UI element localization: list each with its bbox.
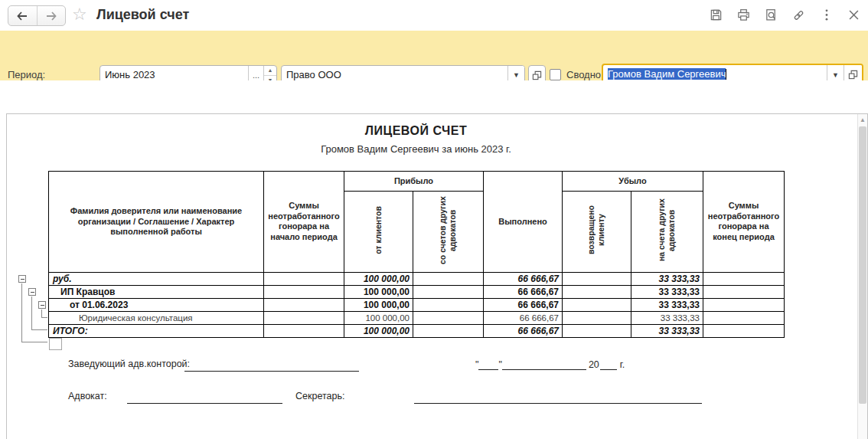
header-name[interactable]: Фамилия доверителя или наименование орга… — [49, 172, 264, 273]
print-icon[interactable] — [737, 8, 750, 21]
cell-done[interactable]: 66 666,67 — [484, 285, 563, 298]
cell-in-advocates[interactable] — [413, 285, 484, 298]
cell-start[interactable] — [264, 324, 344, 337]
cell-in-clients[interactable]: 100 000,00 — [344, 311, 413, 324]
cell-done[interactable]: 66 666,67 — [484, 298, 563, 311]
cell-in-advocates[interactable] — [413, 298, 484, 311]
cell-out-client[interactable] — [563, 272, 631, 285]
cell-end[interactable] — [703, 324, 785, 337]
preview-icon[interactable] — [765, 8, 778, 21]
spin-up-icon[interactable]: ▲ — [264, 66, 276, 75]
cell-in-clients[interactable]: 100 000,00 — [344, 298, 413, 311]
cell-in-clients[interactable]: 100 000,00 — [344, 285, 413, 298]
group-tree-line — [21, 342, 47, 342]
scrollbar-thumb[interactable] — [859, 126, 866, 404]
more-menu-icon[interactable] — [820, 8, 833, 21]
cell-start[interactable] — [264, 311, 344, 324]
group-tree-line — [31, 329, 47, 330]
cell-done[interactable]: 66 666,67 — [484, 324, 563, 337]
back-arrow-icon — [16, 11, 28, 21]
group-collapse-button-level3[interactable] — [38, 301, 46, 309]
cell-name[interactable]: ИТОГО: — [49, 324, 264, 337]
cell-start[interactable] — [264, 272, 344, 285]
text-caret — [726, 69, 726, 80]
back-button[interactable] — [8, 6, 37, 25]
advocate-signature-line — [127, 391, 282, 404]
title-bar: ☆ Лицевой счет — [0, 0, 868, 31]
save-icon[interactable] — [710, 8, 723, 21]
cell-end[interactable] — [703, 285, 785, 298]
link-icon[interactable] — [792, 8, 805, 21]
header-out-advocates[interactable]: на счета других адвокатов — [631, 192, 703, 273]
secretary-signature-line — [414, 391, 702, 404]
svodno-checkbox[interactable] — [550, 69, 561, 80]
forward-button[interactable] — [37, 6, 66, 25]
manager-signature-label: Заведующий адв.конторой: — [68, 359, 190, 369]
svodno-label: Сводно — [566, 69, 601, 80]
header-group-out[interactable]: Убыло — [563, 172, 703, 192]
header-done[interactable]: Выполнено — [484, 172, 563, 273]
active-cell-cursor[interactable] — [49, 338, 62, 350]
group-tree-line — [41, 317, 47, 318]
scroll-up-icon[interactable]: ▲ — [858, 116, 867, 123]
cell-out-advocates[interactable]: 33 333,33 — [631, 285, 703, 298]
cell-in-clients[interactable]: 100 000,00 — [344, 272, 413, 285]
report-table: Фамилия доверителя или наименование орга… — [48, 171, 785, 338]
open-form-icon — [848, 70, 858, 80]
cell-out-client[interactable] — [563, 298, 631, 311]
cell-out-advocates[interactable]: 33 333,33 — [631, 272, 703, 285]
chevron-down-icon: ▼ — [832, 71, 839, 79]
report-title: ЛИЦЕВОЙ СЧЕТ — [48, 124, 784, 138]
cell-name[interactable]: ИП Кравцов — [49, 285, 264, 298]
secretary-signature-label: Секретарь: — [295, 391, 344, 401]
manager-signature-line — [184, 359, 359, 372]
group-collapse-button-level1[interactable] — [18, 275, 26, 283]
group-tree-line — [31, 296, 32, 329]
header-in-advocates[interactable]: со счетов других адвокатов — [413, 192, 484, 273]
cell-in-clients[interactable]: 100 000,00 — [344, 324, 413, 337]
cell-in-advocates[interactable] — [413, 272, 484, 285]
cell-end[interactable] — [703, 311, 785, 324]
header-out-client[interactable]: возвращено клиенту — [563, 192, 631, 273]
favorite-star-icon[interactable]: ☆ — [72, 5, 87, 25]
cell-start[interactable] — [264, 285, 344, 298]
group-collapse-button-level2[interactable] — [28, 288, 36, 296]
page-title: Лицевой счет — [96, 7, 189, 23]
chevron-down-icon: ▼ — [513, 71, 520, 79]
cell-end[interactable] — [703, 272, 785, 285]
table-row: ИП Кравцов 100 000,00 66 666,67 33 333,3… — [49, 285, 785, 298]
cell-out-advocates[interactable]: 33 333,33 — [631, 311, 703, 324]
selected-text: Громов Вадим Сергеевич — [608, 68, 726, 80]
window-actions — [710, 8, 860, 21]
cell-in-advocates[interactable] — [413, 311, 484, 324]
app-window: ☆ Лицевой счет Период: — [0, 0, 868, 439]
cell-name[interactable]: от 01.06.2023 — [49, 298, 264, 311]
period-label: Период: — [8, 69, 45, 80]
header-group-in[interactable]: Прибыло — [344, 172, 484, 192]
header-start-balance[interactable]: Суммы неотработанного гонорара на начало… — [264, 172, 344, 273]
cell-out-client[interactable] — [563, 285, 631, 298]
header-in-clients[interactable]: от клиентов — [344, 192, 413, 273]
close-icon[interactable] — [847, 8, 860, 21]
cell-in-advocates[interactable] — [413, 324, 484, 337]
header-end-balance[interactable]: Суммы неотработанного гонорара на конец … — [703, 172, 785, 273]
table-row: Юридическая консультация 100 000,00 66 6… — [49, 311, 785, 324]
cell-out-advocates[interactable]: 33 333,33 — [631, 298, 703, 311]
group-tree-line — [41, 310, 42, 317]
cell-out-advocates[interactable]: 33 333,33 — [631, 324, 703, 337]
cell-out-client[interactable] — [563, 311, 631, 324]
table-row-total: ИТОГО: 100 000,00 66 666,67 33 333,33 — [49, 324, 785, 337]
report-toolbar: Сформировать Печать Свернуть все группы … — [0, 80, 868, 113]
cell-end[interactable] — [703, 298, 785, 311]
table-row: от 01.06.2023 100 000,00 66 666,67 33 33… — [49, 298, 785, 311]
group-tree-line — [21, 283, 22, 342]
cell-done[interactable]: 66 666,67 — [484, 311, 563, 324]
open-form-icon — [532, 70, 542, 80]
parameters-panel: Период: Июнь 2023 ... ▲ ▼ Право ООО ▼ Св… — [0, 31, 868, 80]
cell-done[interactable]: 66 666,67 — [484, 272, 563, 285]
cell-out-client[interactable] — [563, 324, 631, 337]
cell-start[interactable] — [264, 298, 344, 311]
cell-name[interactable]: Юридическая консультация — [49, 311, 264, 324]
vertical-scrollbar[interactable]: ▲ — [857, 114, 867, 439]
cell-name[interactable]: руб. — [49, 272, 264, 285]
